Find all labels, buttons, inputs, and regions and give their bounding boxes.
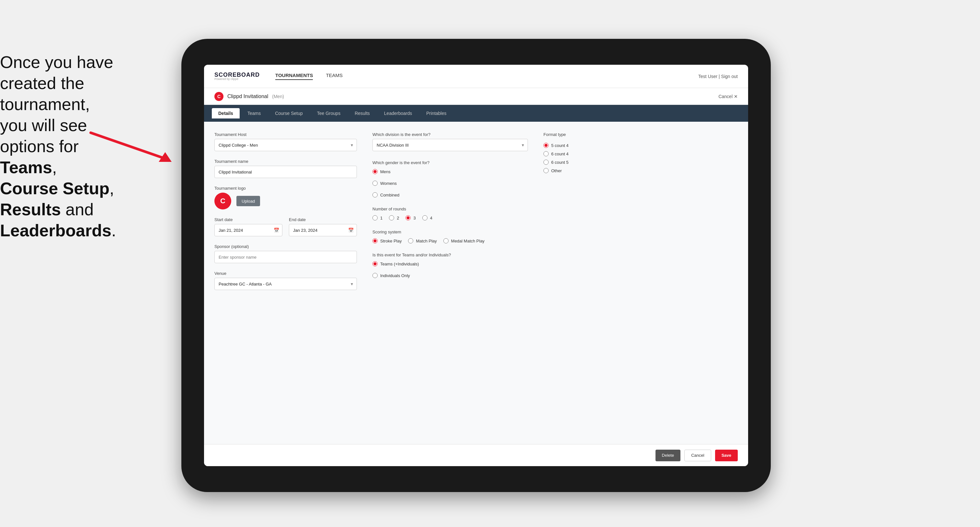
right-column: Format type 5 count 4 6 count 4 6 count … (543, 132, 641, 434)
division-select[interactable]: NCAA Division III (372, 139, 528, 151)
rounds-4-radio[interactable] (422, 215, 428, 221)
team-individuals-option[interactable]: Individuals Only (372, 273, 528, 278)
name-input[interactable] (215, 166, 357, 178)
tab-printables[interactable]: Printables (420, 108, 453, 119)
team-teams-radio[interactable] (372, 261, 378, 267)
sponsor-label: Sponsor (optional) (215, 244, 357, 249)
nav-teams[interactable]: TEAMS (326, 73, 343, 80)
svg-line-0 (91, 133, 165, 159)
tournament-gender: (Men) (272, 94, 284, 99)
scoring-medal-radio[interactable] (443, 238, 449, 243)
logo-preview: C (215, 193, 231, 210)
gender-mens-radio[interactable] (372, 169, 378, 174)
format-5count4-option[interactable]: 5 count 4 (543, 143, 641, 148)
format-5count4-radio[interactable] (543, 143, 549, 148)
delete-button[interactable]: Delete (655, 450, 681, 461)
rounds-group: Number of rounds 1 2 3 (372, 206, 528, 221)
tab-course-setup[interactable]: Course Setup (269, 108, 309, 119)
rounds-3-option[interactable]: 3 (406, 215, 415, 221)
upload-button[interactable]: Upload (236, 196, 260, 206)
team-individuals-radio[interactable] (372, 273, 378, 278)
start-date-label: Start date (215, 217, 282, 222)
user-area[interactable]: Test User | Sign out (698, 74, 738, 79)
format-6count4-option[interactable]: 6 count 4 (543, 151, 641, 156)
venue-label: Venue (215, 271, 357, 276)
scoring-stroke-label: Stroke Play (380, 238, 402, 243)
scoring-match-label: Match Play (416, 238, 437, 243)
tab-results[interactable]: Results (348, 108, 376, 119)
scoring-stroke-option[interactable]: Stroke Play (372, 238, 402, 243)
format-other-option[interactable]: Other (543, 168, 641, 173)
logo-sub: Powered by clippd (215, 78, 260, 81)
middle-column: Which division is the event for? NCAA Di… (372, 132, 528, 434)
host-label: Tournament Host (215, 132, 357, 137)
name-group: Tournament name (215, 159, 357, 178)
cancel-top-button[interactable]: Cancel ✕ (718, 94, 738, 99)
team-teams-label: Teams (+Individuals) (380, 262, 419, 267)
gender-womens-radio[interactable] (372, 181, 378, 186)
gender-section-title: Which gender is the event for? (372, 160, 528, 165)
scoring-match-option[interactable]: Match Play (408, 238, 437, 243)
logo-text: SCOREBOARD (215, 72, 260, 78)
gender-combined-option[interactable]: Combined (372, 192, 528, 197)
format-5count4-label: 5 count 4 (551, 143, 569, 148)
team-teams-option[interactable]: Teams (+Individuals) (372, 261, 528, 267)
team-group: Is this event for Teams and/or Individua… (372, 252, 528, 278)
end-calendar-icon: 📅 (348, 227, 354, 233)
format-6count5-option[interactable]: 6 count 5 (543, 160, 641, 165)
gender-mens-label: Mens (380, 169, 391, 174)
tab-teams[interactable]: Teams (241, 108, 267, 119)
rounds-1-radio[interactable] (372, 215, 378, 221)
tournament-icon: C (215, 92, 223, 101)
rounds-2-label: 2 (397, 216, 399, 221)
team-section-title: Is this event for Teams and/or Individua… (372, 252, 528, 257)
save-button[interactable]: Save (715, 450, 738, 461)
format-6count4-radio[interactable] (543, 151, 549, 156)
top-nav: SCOREBOARD Powered by clippd TOURNAMENTS… (204, 65, 748, 88)
rounds-radio-group: 1 2 3 4 (372, 215, 528, 221)
rounds-3-radio[interactable] (406, 215, 410, 221)
rounds-2-radio[interactable] (389, 215, 394, 221)
start-date-input[interactable] (215, 224, 282, 236)
gender-womens-label: Womens (380, 181, 397, 186)
rounds-4-option[interactable]: 4 (422, 215, 432, 221)
left-column: Tournament Host Clippd College - Men Tou… (215, 132, 357, 434)
team-radio-group: Teams (+Individuals) Individuals Only (372, 261, 528, 278)
scoring-match-radio[interactable] (408, 238, 413, 243)
tablet-shell: SCOREBOARD Powered by clippd TOURNAMENTS… (181, 39, 771, 492)
division-select-wrapper: NCAA Division III (372, 139, 528, 151)
gender-combined-radio[interactable] (372, 192, 378, 197)
main-content: Tournament Host Clippd College - Men Tou… (204, 122, 748, 444)
gender-womens-option[interactable]: Womens (372, 181, 528, 186)
rounds-1-option[interactable]: 1 (372, 215, 382, 221)
host-select-wrapper: Clippd College - Men (215, 139, 357, 151)
tab-tee-groups[interactable]: Tee Groups (310, 108, 347, 119)
logo-group: Tournament logo C Upload (215, 186, 357, 210)
venue-select[interactable]: Peachtree GC - Atlanta - GA (215, 278, 357, 290)
tournament-header: C Clippd Invitational (Men) Cancel ✕ (204, 88, 748, 105)
tournament-name: Clippd Invitational (228, 94, 268, 99)
scoring-stroke-radio[interactable] (372, 238, 378, 243)
scoring-medal-option[interactable]: Medal Match Play (443, 238, 485, 243)
format-6count5-label: 6 count 5 (551, 160, 569, 165)
arrow-indicator (84, 113, 175, 171)
format-6count5-radio[interactable] (543, 160, 549, 165)
division-group: Which division is the event for? NCAA Di… (372, 132, 528, 151)
venue-select-wrapper: Peachtree GC - Atlanta - GA (215, 278, 357, 290)
end-date-input[interactable] (289, 224, 357, 236)
nav-tournaments[interactable]: TOURNAMENTS (275, 73, 313, 80)
nav-links: TOURNAMENTS TEAMS (275, 73, 683, 80)
sponsor-input[interactable] (215, 251, 357, 263)
cancel-button[interactable]: Cancel (684, 450, 711, 461)
tab-leaderboards[interactable]: Leaderboards (378, 108, 418, 119)
format-other-radio[interactable] (543, 168, 549, 173)
gender-mens-option[interactable]: Mens (372, 169, 528, 174)
tab-details[interactable]: Details (212, 108, 240, 119)
rounds-4-label: 4 (430, 216, 432, 221)
rounds-2-option[interactable]: 2 (389, 215, 399, 221)
host-group: Tournament Host Clippd College - Men (215, 132, 357, 151)
start-date-wrapper: 📅 (215, 224, 282, 236)
scoring-medal-label: Medal Match Play (451, 238, 485, 243)
host-select[interactable]: Clippd College - Men (215, 139, 357, 151)
scoring-section-title: Scoring system (372, 230, 528, 234)
